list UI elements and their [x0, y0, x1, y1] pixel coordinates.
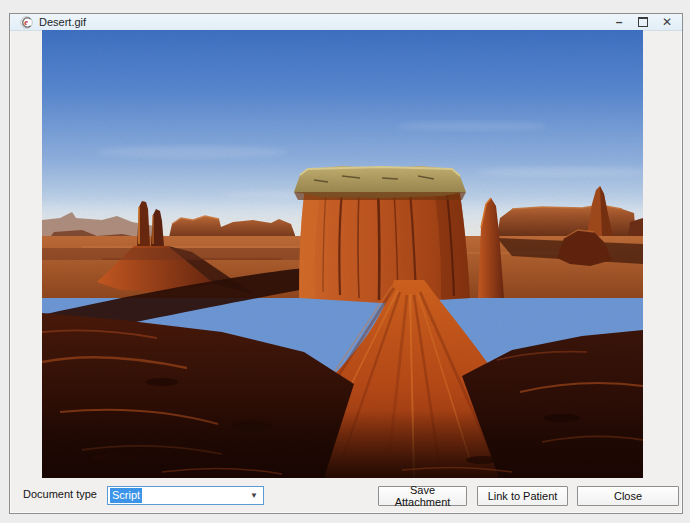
- close-icon: ✕: [662, 15, 672, 29]
- photo-grain: [42, 30, 643, 478]
- desert-photo: [42, 30, 643, 478]
- window-controls: – ✕: [607, 14, 679, 30]
- save-attachment-button[interactable]: Save Attachment: [378, 486, 467, 506]
- title-bar: e Desert.gif – ✕: [10, 14, 682, 31]
- chevron-down-icon[interactable]: ▼: [250, 492, 258, 500]
- maximize-icon: [638, 17, 648, 27]
- dialog-window: e Desert.gif – ✕: [9, 13, 683, 514]
- document-type-dropdown[interactable]: Script ▼: [107, 486, 264, 505]
- app-logo-icon: e: [20, 16, 33, 29]
- svg-text:e: e: [24, 18, 28, 27]
- document-type-label: Document type: [23, 488, 97, 500]
- close-button[interactable]: Close: [577, 486, 679, 506]
- window-title: Desert.gif: [39, 14, 86, 30]
- document-type-selected-value: Script: [110, 488, 142, 503]
- link-to-patient-button[interactable]: Link to Patient: [477, 486, 568, 506]
- close-window-button[interactable]: ✕: [655, 14, 679, 30]
- minimize-icon: –: [616, 15, 623, 29]
- maximize-button[interactable]: [631, 14, 655, 30]
- attachment-preview: [42, 30, 643, 478]
